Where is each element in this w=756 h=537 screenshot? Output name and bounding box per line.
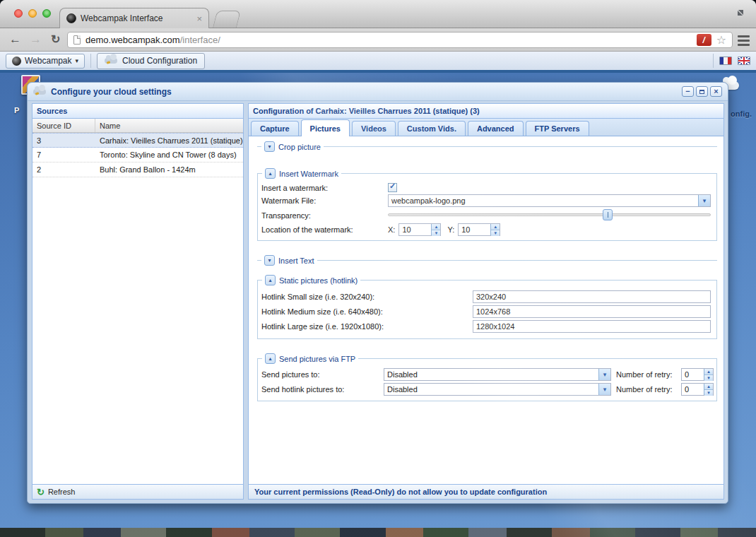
webcampak-menu-label: Webcampak (25, 56, 71, 66)
send-ftp-section: ▴ Send pictures via FTP Send pictures to… (257, 358, 717, 401)
english-flag-icon[interactable] (738, 57, 750, 65)
retry-spinner[interactable]: 0 ▴▾ (681, 383, 714, 396)
transparency-slider[interactable] (388, 209, 711, 221)
tab-favicon-icon (66, 13, 76, 23)
hotlink-medium-input[interactable]: 1024x768 (473, 305, 711, 318)
slider-track (388, 213, 711, 216)
spin-up-icon[interactable]: ▴ (704, 384, 713, 390)
send-hotlink-select[interactable]: Disabled ▾ (384, 383, 611, 396)
close-button[interactable]: × (710, 86, 722, 97)
slider-thumb[interactable] (603, 209, 613, 220)
window-controls: − × (682, 86, 722, 97)
spin-up-icon[interactable]: ▴ (432, 224, 440, 230)
browser-menu-icon[interactable] (738, 35, 750, 46)
refresh-icon[interactable]: ↻ (37, 488, 45, 497)
spin-up-icon[interactable]: ▴ (491, 224, 500, 230)
column-header-source-id[interactable]: Source ID (33, 119, 95, 132)
spin-down-icon[interactable]: ▾ (704, 375, 713, 381)
source-id: 7 (33, 151, 95, 159)
section-label: Static pictures (hotlink) (279, 276, 358, 285)
browser-navbar: ← → ↻ demo.webcampak.com/interface/ / ☆ (0, 28, 756, 52)
sources-grid-header: Source ID Name (33, 119, 243, 133)
section-label: Insert Watermark (279, 169, 338, 178)
insert-watermark-checkbox[interactable]: ✓ (388, 183, 397, 192)
zoom-window-button[interactable] (42, 9, 51, 18)
field-label: Send hotlink pictures to: (261, 385, 384, 394)
watermark-y-spinner[interactable]: 10 ▴▾ (458, 223, 500, 236)
table-row[interactable]: 2 Buhl: Grand Ballon - 1424m (33, 163, 243, 177)
url-bar[interactable]: demo.webcampak.com/interface/ / ☆ (67, 32, 733, 48)
insert-watermark-section: ▴ Insert Watermark Insert a watermark: ✓… (257, 173, 717, 241)
collapse-section-icon[interactable]: ▴ (265, 275, 276, 285)
source-id: 2 (33, 165, 95, 174)
cloud-configuration-button[interactable]: Cloud Configuration (97, 53, 205, 69)
refresh-button[interactable]: Refresh (48, 488, 76, 496)
spin-down-icon[interactable]: ▾ (432, 230, 440, 236)
chevron-down-icon[interactable]: ▾ (698, 195, 710, 206)
tab-custom-vids[interactable]: Custom Vids. (398, 121, 466, 136)
back-icon[interactable]: ← (9, 31, 21, 48)
x-value: 10 (399, 224, 431, 235)
hotlink-small-input[interactable]: 320x240 (473, 290, 711, 303)
table-row[interactable]: 7 Toronto: Skyline and CN Tower (8 days) (33, 148, 243, 163)
permissions-status-bar: Your current permissions (Read-Only) do … (249, 484, 723, 499)
toolbar-separator (713, 54, 714, 68)
traffic-lights (14, 9, 51, 18)
tab-advanced[interactable]: Advanced (468, 121, 524, 136)
french-flag-icon[interactable] (719, 57, 732, 65)
expand-section-icon[interactable]: ▾ (264, 255, 275, 266)
minimize-button[interactable]: − (682, 86, 694, 97)
field-label: Insert a watermark: (261, 184, 388, 192)
retry-spinner[interactable]: 0 ▴▾ (681, 368, 714, 381)
cloud-icon (33, 89, 46, 95)
select-value: Disabled (384, 369, 598, 380)
reload-icon[interactable]: ↻ (51, 31, 60, 48)
tab-pictures[interactable]: Pictures (301, 119, 350, 136)
x-label: X: (388, 225, 395, 234)
maximize-button[interactable] (696, 86, 708, 97)
spin-down-icon[interactable]: ▾ (704, 390, 713, 396)
spin-up-icon[interactable]: ▴ (704, 369, 713, 375)
url-path: /interface/ (180, 35, 220, 45)
url-text[interactable]: demo.webcampak.com/interface/ (85, 35, 220, 45)
new-tab-button[interactable] (213, 11, 241, 28)
static-pictures-section: ▴ Static pictures (hotlink) Hotlink Smal… (257, 280, 717, 339)
tab-close-icon[interactable]: × (196, 14, 202, 23)
close-window-button[interactable] (14, 9, 23, 18)
window-titlebar[interactable]: Configure your cloud settings − × (28, 83, 728, 101)
bookmark-star-icon[interactable]: ☆ (716, 35, 726, 46)
watermark-x-spinner[interactable]: 10 ▴▾ (398, 223, 441, 236)
minimize-window-button[interactable] (28, 9, 37, 18)
watermark-file-combobox[interactable]: webcampak-logo.png ▾ (388, 194, 711, 207)
retry-value: 0 (682, 369, 704, 380)
field-label: Watermark File: (261, 196, 388, 205)
collapse-section-icon[interactable]: ▴ (265, 168, 276, 179)
language-flags (713, 54, 750, 68)
column-header-name[interactable]: Name (95, 119, 243, 132)
screen: Webcampak Interface × ← → ↻ demo.webcamp… (0, 0, 756, 537)
cloud-settings-window: Configure your cloud settings − × Source… (27, 82, 728, 504)
watermark-file-value: webcampak-logo.png (389, 195, 698, 206)
tab-capture[interactable]: Capture (251, 121, 299, 136)
tab-ftp-servers[interactable]: FTP Servers (526, 121, 589, 136)
retry-value: 0 (682, 384, 704, 395)
collapse-section-icon[interactable]: ▴ (265, 353, 276, 364)
chevron-down-icon[interactable]: ▾ (598, 384, 610, 395)
tab-videos[interactable]: Videos (352, 121, 396, 136)
browser-tab[interactable]: Webcampak Interface × (59, 8, 209, 28)
chevron-down-icon[interactable]: ▾ (598, 369, 610, 380)
spin-down-icon[interactable]: ▾ (491, 230, 500, 236)
select-value: Disabled (384, 384, 598, 395)
fullscreen-icon[interactable] (734, 6, 747, 19)
section-label: Insert Text (278, 256, 314, 265)
expand-section-icon[interactable]: ▾ (264, 141, 275, 152)
flash-plugin-icon[interactable]: / (697, 34, 711, 46)
desktop-picture-icon-label: P (14, 106, 19, 114)
table-row[interactable]: 3 Carhaix: Vieilles Charrues 2011 (stati… (33, 133, 243, 148)
webcampak-menu-button[interactable]: Webcampak ▾ (6, 54, 85, 69)
send-pictures-select[interactable]: Disabled ▾ (384, 368, 611, 381)
hotlink-large-input[interactable]: 1280x1024 (473, 320, 711, 333)
url-domain: demo.webcampak.com (85, 35, 180, 45)
app-toolbar: Webcampak ▾ Cloud Configuration (0, 52, 756, 73)
forward-icon: → (30, 31, 42, 48)
